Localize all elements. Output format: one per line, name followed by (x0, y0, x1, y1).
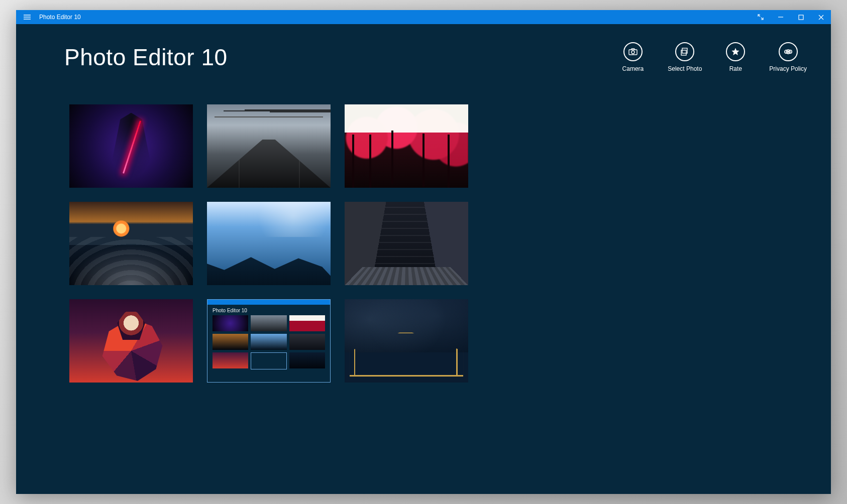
maximize-icon (798, 15, 804, 20)
mini-cell (289, 315, 325, 331)
gallery-item[interactable] (69, 104, 193, 188)
link-icon (783, 49, 793, 54)
gallery-item[interactable]: Photo Editor 10 (207, 299, 331, 383)
svg-rect-4 (799, 15, 803, 20)
gallery-item[interactable] (345, 104, 468, 188)
rate-button[interactable]: Rate (726, 42, 745, 72)
close-button[interactable] (811, 10, 831, 24)
toolbar: Camera Select Photo (622, 42, 807, 72)
minimize-icon (778, 14, 784, 20)
client-area: Photo Editor 10 Camera (16, 24, 831, 494)
fullscreen-icon (758, 14, 764, 20)
header-row: Photo Editor 10 Camera (64, 42, 807, 72)
privacy-policy-button[interactable]: Privacy Policy (769, 42, 807, 72)
photo-gallery: Photo Editor 10 (69, 104, 468, 383)
app-window: Photo Editor 10 Photo Edito (16, 10, 831, 494)
page-title: Photo Editor 10 (64, 44, 228, 71)
camera-label: Camera (622, 65, 644, 72)
mini-cell (251, 315, 286, 331)
select-photo-label: Select Photo (668, 65, 702, 72)
rate-label: Rate (729, 65, 742, 72)
minimize-button[interactable] (771, 10, 791, 24)
mini-cell (213, 334, 248, 350)
star-icon (731, 47, 740, 56)
mini-cell (289, 352, 325, 368)
gallery-item[interactable] (69, 202, 193, 285)
svg-point-8 (631, 51, 634, 54)
mini-titlebar (207, 300, 330, 305)
fullscreen-button[interactable] (751, 10, 771, 24)
hamburger-icon (24, 15, 31, 20)
close-icon (818, 15, 824, 20)
gallery-item[interactable] (345, 202, 468, 285)
mini-cell (213, 352, 248, 368)
gallery-item[interactable] (69, 299, 193, 383)
gallery-item[interactable] (207, 202, 331, 285)
mini-body: Photo Editor 10 (207, 305, 330, 373)
mini-cell (251, 334, 286, 350)
select-photo-button[interactable]: Select Photo (668, 42, 702, 72)
hamburger-button[interactable] (16, 10, 38, 24)
titlebar: Photo Editor 10 (16, 10, 831, 24)
mini-grid (213, 315, 325, 369)
maximize-button[interactable] (791, 10, 811, 24)
privacy-policy-label: Privacy Policy (769, 65, 807, 72)
mini-cell (289, 334, 325, 350)
mini-cell (251, 352, 286, 369)
mini-title: Photo Editor 10 (213, 308, 325, 313)
camera-icon (628, 48, 638, 55)
gallery-item[interactable] (345, 299, 468, 383)
gallery-item[interactable] (207, 104, 331, 188)
select-photo-icon (680, 47, 689, 56)
window-title: Photo Editor 10 (38, 14, 81, 21)
camera-button[interactable]: Camera (622, 42, 644, 72)
mini-cell (213, 315, 248, 331)
